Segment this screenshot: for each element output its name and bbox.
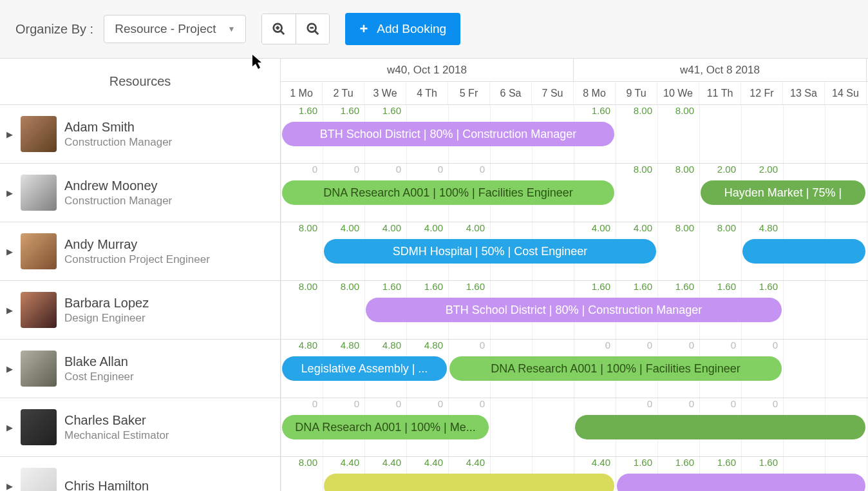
day-header-cell[interactable]: 9 Tu: [616, 82, 657, 104]
booking-bar[interactable]: BTH School District | 80% | Construction…: [366, 298, 782, 322]
day-header-cell[interactable]: 2 Tu: [323, 82, 364, 104]
grid-header: Resources w40, Oct 1 2018w41, Oct 8 2018…: [0, 58, 868, 105]
hours-value: 0: [448, 340, 490, 352]
booking-bar[interactable]: Legislative Assembly | ...: [282, 356, 447, 381]
hours-value: 4.00: [616, 222, 657, 235]
timeline-cell[interactable]: 000000000DNA Research A001 | 100% | Me..…: [281, 398, 868, 456]
timeline-cell[interactable]: 1.601.601.601.608.008.00BTH School Distr…: [281, 105, 868, 163]
expand-icon[interactable]: ▶: [6, 305, 13, 315]
expand-icon[interactable]: ▶: [6, 188, 13, 198]
timeline-cell[interactable]: 8.008.001.601.601.601.601.601.601.601.60…: [281, 281, 868, 339]
hours-value: [825, 105, 867, 118]
timeline-cell[interactable]: 4.804.804.804.80000000Legislative Assemb…: [281, 340, 868, 398]
hours-value: 1.60: [574, 105, 616, 118]
hours-value: 1.60: [364, 105, 406, 118]
booking-bar[interactable]: [617, 474, 865, 491]
avatar: [21, 233, 57, 269]
timeline-cell[interactable]: 000008.008.002.002.00DNA Research A001 |…: [281, 164, 868, 222]
hours-value: 0: [574, 340, 616, 352]
hours-value: 0: [281, 164, 323, 177]
zoom-in-button[interactable]: [262, 14, 296, 44]
hours-value: 8.00: [699, 222, 741, 235]
hours-value: 1.60: [741, 281, 783, 294]
dropdown-value: Resource - Project: [115, 22, 216, 36]
avatar: [21, 468, 57, 491]
day-header-cell[interactable]: 6 Sa: [490, 82, 532, 104]
hours-value: [490, 340, 532, 352]
hours-value: 0: [699, 398, 741, 411]
expand-icon[interactable]: ▶: [6, 130, 13, 139]
resource-cell[interactable]: ▶Adam SmithConstruction Manager: [0, 105, 281, 163]
hours-value: 4.40: [448, 457, 490, 470]
resource-cell[interactable]: ▶Blake AllanCost Engineer: [0, 340, 281, 398]
timeline-cell[interactable]: 8.004.004.004.004.004.004.008.008.004.80…: [281, 222, 868, 280]
hours-value: 8.00: [281, 457, 323, 470]
hours-value: [825, 164, 867, 177]
day-header-cell[interactable]: 7 Su: [532, 82, 574, 104]
booking-bar[interactable]: DNA Research A001 | 100% | Facilities En…: [282, 180, 614, 205]
day-header-cell[interactable]: 4 Th: [406, 82, 448, 104]
resources-column-header: Resources: [0, 59, 280, 105]
day-header-cell[interactable]: 11 Th: [699, 82, 741, 104]
resource-row: ▶Andy MurrayConstruction Project Enginee…: [0, 222, 868, 281]
expand-icon[interactable]: ▶: [6, 364, 13, 374]
day-header-cell[interactable]: 3 We: [364, 82, 406, 104]
hours-value: 1.60: [741, 457, 783, 470]
hours-value: [490, 105, 532, 118]
resource-cell[interactable]: ▶Chris Hamilton: [0, 457, 281, 491]
avatar: [21, 116, 57, 152]
booking-bar[interactable]: [742, 239, 865, 264]
day-header-cell[interactable]: 8 Mo: [574, 82, 616, 104]
resource-row: ▶Andrew MooneyConstruction Manager000008…: [0, 164, 868, 222]
hours-value: [490, 281, 532, 294]
booking-bar[interactable]: BTH School District | 80% | Construction…: [282, 122, 614, 146]
hours-value: 0: [364, 164, 406, 177]
expand-icon[interactable]: ▶: [6, 247, 13, 256]
hours-value: 2.00: [741, 164, 783, 177]
organize-by-dropdown[interactable]: Resource - Project ▼: [104, 15, 246, 43]
hours-value: [783, 164, 825, 177]
hours-value: [783, 398, 825, 411]
hours-value: 8.00: [323, 281, 364, 294]
day-header-cell[interactable]: 5 Fr: [448, 82, 490, 104]
day-header-cell[interactable]: 10 We: [657, 82, 699, 104]
booking-bar[interactable]: SDMH Hospital | 50% | Cost Engineer: [324, 239, 656, 264]
hours-value: [532, 457, 574, 470]
resource-cell[interactable]: ▶Andrew MooneyConstruction Manager: [0, 164, 281, 222]
hours-value: 1.60: [448, 281, 490, 294]
add-booking-button[interactable]: + Add Booking: [345, 13, 460, 45]
day-header-cell[interactable]: 13 Sa: [783, 82, 825, 104]
booking-bar[interactable]: [324, 474, 614, 491]
resource-cell[interactable]: ▶Andy MurrayConstruction Project Enginee…: [0, 222, 281, 280]
resource-cell[interactable]: ▶Charles BakerMechanical Estimator: [0, 398, 281, 456]
expand-icon[interactable]: ▶: [6, 423, 13, 432]
avatar: [21, 409, 57, 445]
day-header-cell[interactable]: 14 Su: [825, 82, 867, 104]
hours-value: 0: [741, 340, 783, 352]
day-header-row: 1 Mo2 Tu3 We4 Th5 Fr6 Sa7 Su8 Mo9 Tu10 W…: [281, 82, 868, 105]
hours-value: [783, 222, 825, 235]
hours-value: 4.80: [406, 340, 448, 352]
hours-value: 4.00: [323, 222, 364, 235]
expand-icon[interactable]: ▶: [6, 481, 13, 491]
hours-value: [825, 457, 867, 470]
booking-bar[interactable]: Hayden Market | 75% |: [701, 180, 865, 205]
resource-name: Andy Murray: [64, 237, 210, 252]
booking-bar[interactable]: [575, 415, 865, 439]
day-header-cell[interactable]: 1 Mo: [281, 82, 323, 104]
zoom-in-icon: [272, 22, 286, 36]
booking-bar[interactable]: DNA Research A001 | 100% | Me...: [282, 415, 489, 439]
booking-bar[interactable]: DNA Research A001 | 100% | Facilities En…: [449, 356, 782, 381]
week-header-cell: w41, Oct 8 2018: [574, 59, 867, 81]
resource-row: ▶Charles BakerMechanical Estimator000000…: [0, 398, 868, 457]
hours-value: [448, 105, 490, 118]
resource-cell[interactable]: ▶Barbara LopezDesign Engineer: [0, 281, 281, 339]
day-header-cell[interactable]: 12 Fr: [741, 82, 783, 104]
resource-row: ▶Adam SmithConstruction Manager1.601.601…: [0, 105, 868, 164]
zoom-out-button[interactable]: [296, 14, 329, 44]
svg-line-5: [315, 31, 319, 35]
avatar: [21, 175, 57, 211]
resource-role: Construction Manager: [64, 195, 172, 207]
timeline-cell[interactable]: 8.004.404.404.404.404.401.601.601.601.60: [281, 457, 868, 491]
hours-value: 0: [406, 164, 448, 177]
